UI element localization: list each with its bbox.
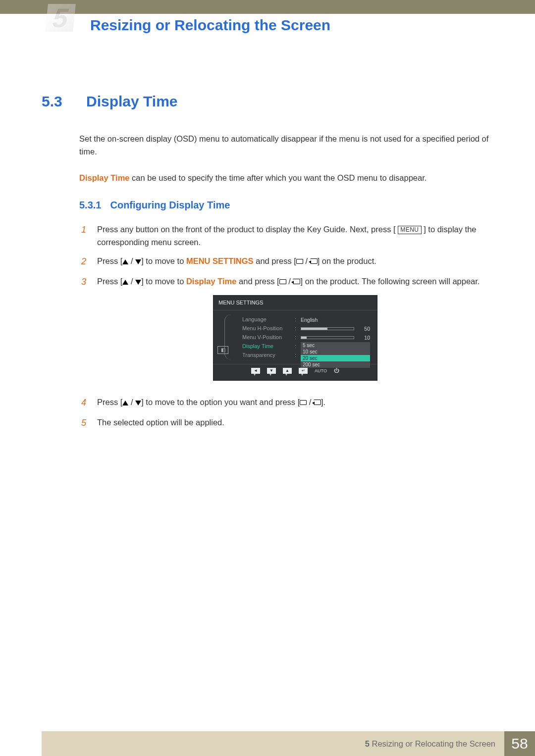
step-text: Press [ / ] to move to Display Time and … <box>97 275 493 390</box>
subsection-number: 5.3.1 <box>79 200 101 211</box>
up-arrow-icon <box>122 280 128 285</box>
section-title: Display Time <box>86 93 178 110</box>
osd-row-value: English <box>301 316 370 324</box>
down-arrow-icon <box>135 280 141 285</box>
up-arrow-icon <box>122 401 128 405</box>
osd-nav-enter-icon: ↵ <box>299 368 308 374</box>
osd-option-selected: 20 sec <box>301 355 370 361</box>
osd-option: 5 sec <box>301 342 370 349</box>
osd-row-value: 10 <box>357 334 370 342</box>
step-number: 5 <box>79 416 86 430</box>
down-arrow-icon <box>135 259 141 264</box>
step-text: Press [ / ] to move to MENU SETTINGS and… <box>97 254 493 269</box>
osd-option: 10 sec <box>301 349 370 355</box>
chapter-title: Resizing or Relocating the Screen <box>90 17 330 34</box>
footer-chapter-ref: 5 Resizing or Relocating the Screen <box>365 739 495 749</box>
osd-row-label: Menu V-Position <box>242 333 292 342</box>
osd-nav-auto-label: AUTO <box>315 367 327 374</box>
intro-paragraph-1: Set the on-screen display (OSD) menu to … <box>79 133 493 158</box>
osd-dropdown: 5 sec 10 sec 20 sec 200 sec <box>301 342 370 368</box>
osd-nav-up-icon: ▲ <box>283 368 292 374</box>
enter-key-icon <box>293 279 300 284</box>
menu-key-icon: MENU <box>398 226 421 234</box>
display-time-emphasis: Display Time <box>79 173 130 182</box>
subsection-title: Configuring Display Time <box>110 200 230 211</box>
source-key-icon <box>300 400 307 405</box>
osd-row-label: Transparency <box>242 351 292 360</box>
intro-paragraph-2: Display Time can be used to specify the … <box>79 172 493 185</box>
page-footer: 5 Resizing or Relocating the Screen 58 <box>0 731 535 756</box>
step-number: 4 <box>79 396 86 410</box>
step-number: 2 <box>79 254 86 269</box>
osd-section-icon: ◧ <box>217 346 228 354</box>
osd-row-value: 50 <box>357 325 370 333</box>
osd-title: MENU SETTINGS <box>214 296 377 311</box>
source-key-icon <box>279 279 286 284</box>
osd-row-label-active: Display Time <box>242 342 292 351</box>
osd-slider <box>301 336 354 339</box>
osd-row-label: Language <box>242 315 292 324</box>
step-number: 1 <box>79 223 86 249</box>
enter-key-icon <box>314 400 321 405</box>
step-text: Press any button on the front of the pro… <box>97 223 493 249</box>
page-number: 58 <box>504 731 535 756</box>
osd-row-label: Menu H-Position <box>242 324 292 333</box>
step-text: Press [ / ] to move to the option you wa… <box>97 396 493 410</box>
up-arrow-icon <box>122 259 128 264</box>
osd-screenshot: MENU SETTINGS ◧ Language : English <box>213 295 377 381</box>
section-number: 5.3 <box>42 93 71 110</box>
down-arrow-icon <box>135 401 141 405</box>
enter-key-icon <box>310 258 318 264</box>
top-banner <box>0 0 535 14</box>
osd-slider <box>301 327 354 330</box>
step-text: The selected option will be applied. <box>97 416 493 430</box>
chapter-number-badge: 5 <box>45 4 76 32</box>
source-key-icon <box>296 259 303 264</box>
osd-nav-back-icon: ◄ <box>251 368 260 374</box>
step-number: 3 <box>79 275 86 390</box>
osd-nav-down-icon: ▼ <box>267 368 276 374</box>
osd-option: 200 sec <box>301 361 370 368</box>
